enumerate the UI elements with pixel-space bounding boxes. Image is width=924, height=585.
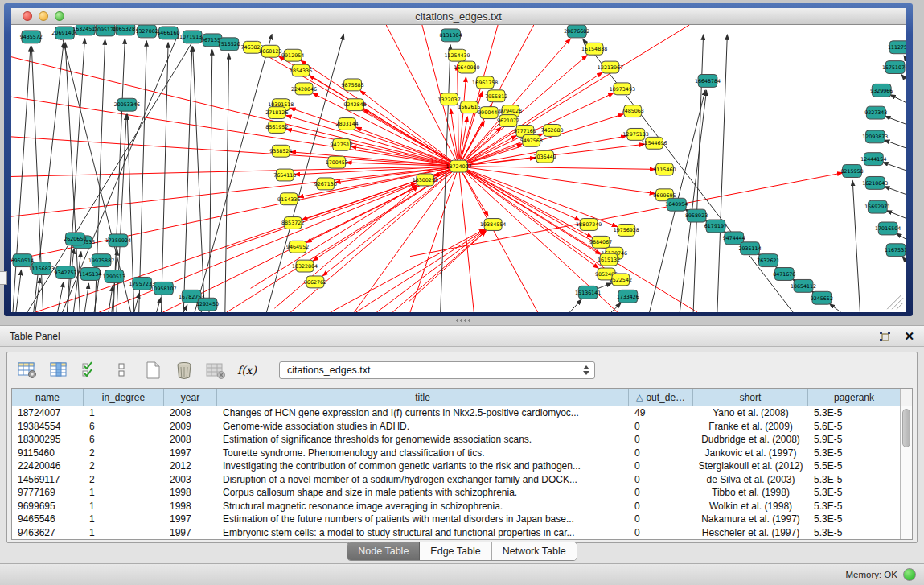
minimize-window-button[interactable] xyxy=(39,11,48,21)
yellow-node[interactable]: 9358524 xyxy=(269,145,292,157)
teal-node[interactable]: 6466160 xyxy=(157,27,179,39)
column-header-in_degree[interactable]: in_degree xyxy=(84,389,164,406)
teal-node[interactable]: 10958107 xyxy=(150,282,176,295)
yellow-node[interactable]: 9660123 xyxy=(259,45,281,57)
yellow-node[interactable]: 16961758 xyxy=(472,76,498,89)
table-source-dropdown[interactable]: citations_edges.txt xyxy=(279,361,595,379)
row-height-button[interactable] xyxy=(111,360,132,380)
column-layout-button[interactable] xyxy=(48,360,69,380)
yellow-node[interactable]: 8853722 xyxy=(281,217,304,229)
table-row[interactable]: 1456911722003Disruption of a novel membe… xyxy=(12,473,900,487)
yellow-node[interactable]: 19756928 xyxy=(614,224,639,236)
teal-node[interactable]: 9329966 xyxy=(870,84,893,97)
teal-node[interactable]: 9435572 xyxy=(20,31,43,43)
yellow-node[interactable]: 9990444 xyxy=(478,107,500,119)
yellow-node[interactable]: 9875685 xyxy=(341,79,363,91)
teal-node[interactable]: 7515520 xyxy=(218,38,240,51)
column-header-year[interactable]: year xyxy=(164,389,217,406)
yellow-node[interactable]: 9115460 xyxy=(653,163,676,175)
tab-edge-table[interactable]: Edge Table xyxy=(420,542,491,560)
teal-node[interactable]: 12444154 xyxy=(860,153,886,166)
teal-node[interactable]: 10653287 xyxy=(113,25,138,35)
teal-node[interactable]: 12093873 xyxy=(862,130,888,143)
teal-node[interactable]: 1145134 xyxy=(79,268,101,281)
teal-node[interactable]: 8471676 xyxy=(773,268,795,281)
teal-node[interactable]: 1327002 xyxy=(136,25,158,38)
column-header-short[interactable]: short xyxy=(693,389,808,406)
yellow-node[interactable]: 7654118 xyxy=(273,169,296,181)
close-window-button[interactable] xyxy=(23,11,32,21)
teal-node[interactable]: 20053346 xyxy=(114,98,140,111)
yellow-node[interactable]: 16154838 xyxy=(581,43,607,55)
yellow-node[interactable]: 1615132 xyxy=(598,253,620,266)
yellow-node[interactable]: 8561952 xyxy=(265,122,288,134)
scrollbar-track[interactable] xyxy=(901,406,912,539)
column-checklist-button[interactable] xyxy=(80,360,101,380)
table-row[interactable]: 1872400712008Changes of HCN gene express… xyxy=(12,406,900,420)
delete-column-button[interactable] xyxy=(174,360,195,380)
yellow-node[interactable]: 7955812 xyxy=(485,90,507,102)
teal-node[interactable]: 6179197 xyxy=(704,220,727,233)
yellow-node[interactable]: 12975183 xyxy=(623,128,649,140)
network-view-window[interactable]: citations_edges.txt 18724007183002959427… xyxy=(4,3,913,316)
yellow-node[interactable]: 9884067 xyxy=(589,236,612,248)
network-window-titlebar[interactable]: citations_edges.txt xyxy=(11,8,906,25)
yellow-node[interactable]: 7485063 xyxy=(622,105,644,117)
teal-node[interactable]: 10654112 xyxy=(791,279,816,292)
teal-node[interactable]: 8215958 xyxy=(840,165,863,178)
teal-node[interactable]: 11156823 xyxy=(29,262,55,275)
table-row[interactable]: 2242004622012Investigating the contribut… xyxy=(12,459,900,473)
table-row[interactable]: 1938455462009Genome-wide association stu… xyxy=(12,420,900,434)
teal-node[interactable]: 19975887 xyxy=(88,254,114,267)
yellow-node[interactable]: 1854336 xyxy=(290,64,312,76)
teal-node[interactable]: 1112758 xyxy=(888,41,906,54)
memory-ok-indicator[interactable] xyxy=(903,568,916,581)
teal-node[interactable]: 1290513 xyxy=(103,270,125,283)
yellow-node[interactable]: 1700453 xyxy=(326,156,348,168)
yellow-node[interactable]: 1322037 xyxy=(437,93,460,105)
yellow-node[interactable]: 2036449 xyxy=(534,150,556,163)
teal-node[interactable]: 15692971 xyxy=(864,200,890,213)
yellow-node[interactable]: 10322804 xyxy=(292,260,318,272)
yellow-node[interactable]: 18300295 xyxy=(413,174,438,186)
teal-node[interactable]: 1733426 xyxy=(617,290,639,303)
table-row[interactable]: 911546021997Tourette syndrome. Phenomeno… xyxy=(12,447,900,460)
teal-node[interactable]: 16648784 xyxy=(695,75,721,88)
table-row[interactable]: 977716911998Corpus callosum shape and si… xyxy=(12,486,900,500)
delete-table-button[interactable] xyxy=(205,360,226,380)
panel-collapse-handle[interactable] xyxy=(0,271,7,285)
splitter-handle[interactable] xyxy=(455,319,470,323)
yellow-node[interactable]: 11254439 xyxy=(444,49,470,61)
teal-node[interactable]: 1167531 xyxy=(885,244,906,257)
teal-node[interactable]: 9245652 xyxy=(811,291,833,304)
column-header-title[interactable]: title xyxy=(217,389,629,406)
network-canvas[interactable]: 1872400718300295942751228031449242848987… xyxy=(11,25,906,312)
yellow-node[interactable]: 2718126 xyxy=(265,107,288,119)
table-row[interactable]: 969969511998Structural magnetic resonanc… xyxy=(12,500,900,513)
close-panel-icon[interactable]: ✕ xyxy=(904,330,914,342)
table-row[interactable]: 946554611997Estimation of the future num… xyxy=(12,513,900,526)
yellow-node[interactable]: 9267130 xyxy=(314,178,337,190)
tab-network-table[interactable]: Network Table xyxy=(492,542,577,560)
table-settings-button[interactable] xyxy=(17,360,38,380)
teal-node[interactable]: 2935114 xyxy=(738,242,761,255)
scrollbar-thumb[interactable] xyxy=(902,409,910,447)
vertical-scrollbar[interactable] xyxy=(900,389,912,539)
teal-node[interactable]: 9227343 xyxy=(864,106,887,119)
float-panel-icon[interactable] xyxy=(879,331,891,342)
table-row[interactable]: 1830029562008Estimation of significance … xyxy=(12,433,900,447)
teal-node[interactable]: 8958923 xyxy=(685,209,708,222)
new-column-button[interactable] xyxy=(142,360,163,380)
yellow-node[interactable]: 11544696 xyxy=(641,137,667,149)
teal-node[interactable]: 20876682 xyxy=(564,25,589,38)
column-header-name[interactable]: name xyxy=(12,389,84,406)
yellow-node[interactable]: 2803144 xyxy=(336,118,359,130)
zoom-window-button[interactable] xyxy=(55,11,64,21)
teal-node[interactable]: 17016504 xyxy=(875,222,901,235)
yellow-node[interactable]: 9621072 xyxy=(497,115,519,127)
teal-node[interactable]: 16210643 xyxy=(862,176,888,189)
teal-node[interactable]: 8131304 xyxy=(439,29,462,42)
teal-node[interactable]: 15751074 xyxy=(882,61,906,74)
yellow-node[interactable]: 9464952 xyxy=(286,241,309,253)
teal-node[interactable]: 7632621 xyxy=(757,254,779,267)
